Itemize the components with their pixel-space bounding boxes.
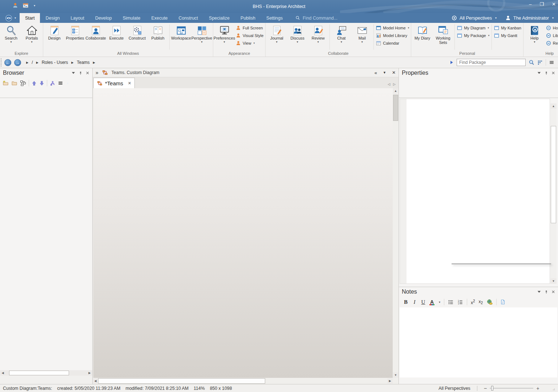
ribbon-button-libraries[interactable]: Libraries▾	[546, 33, 558, 38]
breadcrumb-item[interactable]: /	[32, 60, 33, 65]
ribbon-button-review[interactable]: Review▼	[308, 23, 328, 44]
ribbon-button-working-sets[interactable]: Working Sets	[433, 23, 453, 45]
browser-hscroll-thumb[interactable]	[9, 371, 69, 375]
properties-scroll-thumb[interactable]	[551, 126, 556, 223]
user-caret-icon[interactable]: ▾	[552, 16, 554, 20]
status-perspectives[interactable]: All Perspectives	[438, 386, 470, 391]
scroll-down-icon[interactable]: ▼	[550, 278, 557, 284]
document-button[interactable]	[500, 299, 505, 305]
arrow-up-icon[interactable]	[32, 81, 37, 86]
scroll-up-icon[interactable]: ▲	[550, 103, 557, 109]
browser-close-icon[interactable]	[86, 71, 89, 75]
notes-pin-icon[interactable]	[544, 290, 548, 294]
scroll-left-icon[interactable]: ◀	[0, 370, 5, 376]
ribbon-tab-execute[interactable]: Execute	[146, 13, 173, 23]
scroll-right-icon[interactable]: ▶	[387, 378, 393, 384]
zoom-slider-thumb[interactable]	[491, 386, 493, 391]
nav-play-icon[interactable]	[449, 60, 454, 65]
ribbon-button-view[interactable]: View▾	[236, 40, 263, 46]
package-list-icon[interactable]	[537, 60, 543, 65]
properties-pin-icon[interactable]	[544, 71, 548, 75]
ribbon-button-chat[interactable]: Chat▼	[331, 23, 352, 44]
ea-logo-menu[interactable]: ▾	[0, 13, 20, 23]
ribbon-button-model-library[interactable]: Model Library	[376, 33, 409, 38]
browser-dropdown-icon[interactable]	[72, 72, 75, 74]
zoom-slider-track[interactable]	[490, 388, 533, 388]
find-package-input[interactable]	[457, 59, 526, 66]
font-color-caret-icon[interactable]: ▾	[439, 301, 440, 304]
collapse-header-icon[interactable]: «	[375, 70, 377, 75]
ribbon-tab-specialize[interactable]: Specialize	[203, 13, 235, 23]
header-close-icon[interactable]: ✕	[392, 70, 396, 75]
nav-back-button[interactable]: ←	[4, 59, 11, 66]
italic-button[interactable]: I	[412, 299, 417, 305]
browser-pin-icon[interactable]	[78, 71, 82, 75]
underline-button[interactable]: U	[421, 299, 426, 305]
header-dropdown-icon[interactable]: ▼	[383, 71, 386, 74]
dropdown-caret-icon[interactable]: ▾	[67, 82, 68, 85]
minimize-button[interactable]: –	[529, 1, 531, 7]
person-search-icon[interactable]	[50, 81, 55, 86]
close-button[interactable]: ✕	[552, 1, 556, 7]
ribbon-button-help[interactable]: Help▼	[524, 23, 545, 44]
ribbon-button-full-screen[interactable]: Full Screen	[236, 25, 263, 31]
diagram-tab-teams[interactable]: *Teams ✕	[93, 78, 135, 88]
canvas-hscroll-thumb[interactable]	[98, 378, 265, 384]
properties-dropdown-icon[interactable]	[537, 72, 541, 74]
ribbon-button-preferences[interactable]: Preferences▼	[214, 23, 235, 44]
ribbon-button-collaborate[interactable]: Collaborate	[85, 23, 106, 40]
ribbon-button-portals[interactable]: Portals▼	[21, 23, 42, 44]
ribbon-button-my-diary[interactable]: My Diary	[412, 23, 433, 40]
ribbon-tab-construct[interactable]: Construct	[173, 13, 204, 23]
ribbon-tab-start[interactable]: Start	[20, 13, 40, 23]
scroll-left-icon[interactable]: ◀	[93, 378, 98, 384]
zoom-out-button[interactable]: −	[484, 385, 487, 391]
ribbon-tab-design[interactable]: Design	[40, 13, 65, 23]
ribbon-tab-layout[interactable]: Layout	[65, 13, 90, 23]
hamburger-icon[interactable]	[57, 81, 64, 86]
notes-close-icon[interactable]	[551, 290, 555, 294]
ribbon-button-workspace[interactable]: Workspace	[171, 23, 191, 40]
tab-nav-left-icon[interactable]: ◁	[388, 82, 390, 86]
ribbon-button-design[interactable]: Design	[44, 23, 65, 40]
ribbon-button-execute[interactable]: Execute	[106, 23, 127, 40]
breadcrumb-roles-users[interactable]: Roles - Users	[42, 60, 68, 65]
folder-new-icon[interactable]	[3, 80, 9, 86]
ribbon-button-calendar[interactable]: Calendar	[376, 40, 409, 46]
folder-tb-icon[interactable]	[11, 80, 17, 86]
scroll-right-icon[interactable]: ▶	[87, 370, 92, 376]
ribbon-tab-publish[interactable]: Publish	[235, 13, 261, 23]
ribbon-button-journal[interactable]: Journal▼	[266, 23, 287, 44]
navbar-menu-icon[interactable]	[549, 60, 554, 65]
bullet-list-button[interactable]	[448, 299, 454, 305]
properties-close-icon[interactable]	[551, 71, 555, 75]
ribbon-tab-develop[interactable]: Develop	[90, 13, 117, 23]
ribbon-button-mail[interactable]: Mail▼	[352, 23, 372, 44]
ribbon-button-my-diagram[interactable]: My Diagram▾	[457, 25, 489, 31]
ribbon-button-discuss[interactable]: Discuss▼	[287, 23, 308, 44]
breadcrumb-teams[interactable]: Teams	[77, 60, 90, 65]
find-package-search-icon[interactable]	[529, 60, 534, 65]
ribbon-button-home-page[interactable]: Home Page	[546, 25, 558, 31]
resize-grip[interactable]: ⣠	[553, 386, 555, 390]
nav-forward-button[interactable]: →	[14, 59, 21, 66]
ribbon-tab-simulate[interactable]: Simulate	[117, 13, 146, 23]
arrow-down-icon[interactable]	[39, 81, 44, 86]
ribbon-button-construct[interactable]: Construct	[127, 23, 147, 40]
superscript-button[interactable]: x2	[471, 299, 475, 305]
hyperlink-globe-button[interactable]	[486, 299, 493, 305]
font-color-button[interactable]: A	[429, 299, 434, 305]
bold-button[interactable]: B	[403, 299, 408, 305]
find-command[interactable]: Find Command...	[295, 13, 337, 23]
ribbon-button-my-gantt[interactable]: My Gantt	[494, 33, 521, 38]
browser-hscroll-track[interactable]	[5, 370, 87, 376]
ribbon-button-register[interactable]: Register	[546, 40, 558, 46]
zoom-in-button[interactable]: +	[536, 385, 539, 391]
expand-header-icon[interactable]: »	[96, 70, 98, 75]
hierarchy-icon[interactable]	[20, 80, 26, 86]
ribbon-button-publish[interactable]: Publish	[147, 23, 168, 40]
scroll-up-icon[interactable]: ▲	[393, 88, 399, 94]
notes-dropdown-icon[interactable]	[537, 290, 541, 293]
all-perspectives-button[interactable]: All Perspectives	[460, 16, 492, 21]
ribbon-button-visual-style[interactable]: Visual Style	[236, 33, 263, 38]
